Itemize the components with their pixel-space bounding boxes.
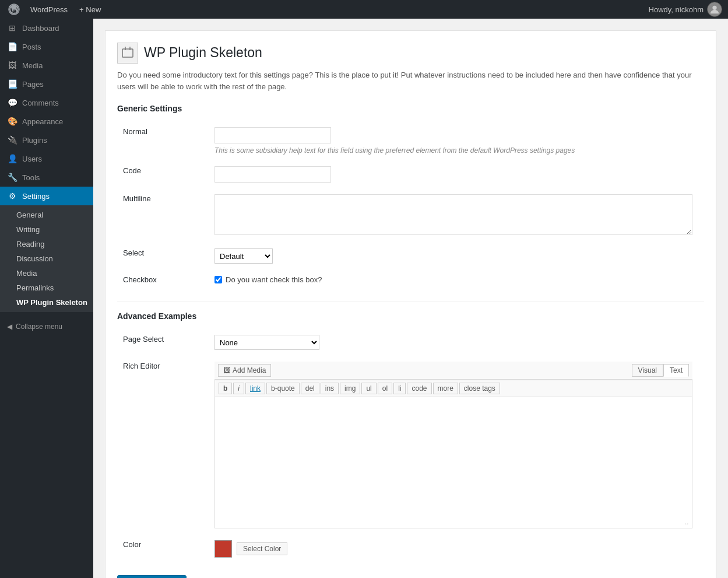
site-name[interactable]: WordPress [24, 0, 73, 19]
submenu-writing[interactable]: Writing [0, 222, 93, 237]
svg-rect-2 [122, 49, 133, 57]
color-label: Color [123, 540, 141, 549]
sidebar-item-tools[interactable]: 🔧 Tools [0, 168, 93, 187]
posts-icon: 📄 [7, 42, 17, 51]
sidebar-item-appearance[interactable]: 🎨 Appearance [0, 112, 93, 131]
section-divider [117, 302, 704, 302]
multiline-row: Multiline [117, 188, 704, 243]
save-changes-button[interactable]: Save Changes [117, 575, 187, 578]
appearance-icon: 🎨 [7, 117, 17, 126]
plugins-icon: 🔌 [7, 135, 17, 145]
generic-settings-table: Normal This is some subsidiary help text… [117, 121, 704, 290]
rich-editor: b i link b-quote del ins img ul ol li co [214, 380, 692, 528]
settings-icon: ⚙ [7, 191, 17, 201]
pages-icon: 📃 [7, 79, 17, 89]
submenu-general[interactable]: General [0, 208, 93, 222]
toolbar-li[interactable]: li [393, 383, 406, 394]
media-icon: 🖼 [7, 61, 17, 70]
checkbox-container[interactable]: Do you want check this box? [214, 275, 692, 284]
sidebar-item-comments[interactable]: 💬 Comments [0, 93, 93, 112]
select-row: Select Default Option 1 Option 2 [117, 243, 704, 269]
collapse-arrow-icon: ◀ [7, 323, 12, 331]
page-select-row: Page Select None [117, 329, 704, 356]
sidebar-item-dashboard[interactable]: ⊞ Dashboard [0, 19, 93, 37]
editor-resize-handle: ↔ [215, 519, 692, 528]
submit-wrap: Save Changes [117, 575, 704, 578]
plugin-icon [117, 43, 138, 64]
settings-submenu: General Writing Reading Discussion Media… [0, 205, 93, 312]
add-media-icon: 🖼 [223, 366, 230, 374]
new-content[interactable]: + New [73, 0, 107, 19]
admin-bar: WordPress + New Howdy, nickohm [0, 0, 728, 19]
toolbar-bquote[interactable]: b-quote [266, 383, 300, 394]
advanced-settings-table: Page Select None Rich Editor 🖼 Add Med [117, 329, 704, 563]
toolbar-del[interactable]: del [301, 383, 319, 394]
wp-logo[interactable] [6, 1, 22, 17]
user-info[interactable]: Howdy, nickohm [649, 2, 722, 17]
editor-textarea[interactable] [220, 402, 687, 513]
svg-point-1 [712, 6, 716, 10]
editor-toolbar: b i link b-quote del ins img ul ol li co [215, 380, 692, 397]
page-select-input[interactable]: None [214, 335, 319, 350]
tools-icon: 🔧 [7, 173, 17, 182]
normal-input[interactable] [214, 127, 331, 143]
sidebar-item-plugins[interactable]: 🔌 Plugins [0, 131, 93, 149]
checkbox-input[interactable] [214, 276, 222, 283]
toolbar-ins[interactable]: ins [321, 383, 339, 394]
normal-label: Normal [123, 127, 147, 136]
toolbar-link[interactable]: link [245, 383, 265, 394]
code-label: Code [123, 166, 141, 175]
toolbar-ul[interactable]: ul [361, 383, 376, 394]
sidebar-item-media[interactable]: 🖼 Media [0, 56, 93, 75]
sidebar-item-users[interactable]: 👤 Users [0, 149, 93, 168]
code-row: Code [117, 160, 704, 188]
color-swatch[interactable] [214, 540, 232, 558]
normal-help: This is some subsidiary help text for th… [214, 146, 692, 155]
avatar [707, 2, 722, 17]
toolbar-img[interactable]: img [340, 383, 360, 394]
page-title-wrap: WP Plugin Skeleton [117, 43, 704, 64]
page-title: WP Plugin Skeleton [144, 44, 262, 62]
toolbar-close-tags[interactable]: close tags [459, 383, 500, 394]
visual-tab[interactable]: Visual [632, 364, 663, 377]
comments-icon: 💬 [7, 98, 17, 107]
submenu-wp-plugin-skeleton[interactable]: WP Plugin Skeleton [0, 295, 93, 310]
toolbar-more[interactable]: more [433, 383, 458, 394]
intro-text: Do you need some introductory text for t… [117, 69, 704, 92]
collapse-menu-button[interactable]: ◀ Collapse menu [0, 318, 93, 335]
sidebar-item-posts[interactable]: 📄 Posts [0, 37, 93, 56]
dashboard-icon: ⊞ [7, 23, 17, 33]
checkbox-text: Do you want check this box? [226, 275, 322, 284]
toolbar-code[interactable]: code [407, 383, 431, 394]
sidebar-item-pages[interactable]: 📃 Pages [0, 75, 93, 93]
select-input[interactable]: Default Option 1 Option 2 [214, 248, 273, 264]
advanced-examples-title: Advanced Examples [117, 311, 704, 321]
submenu-reading[interactable]: Reading [0, 237, 93, 251]
rich-editor-row: Rich Editor 🖼 Add Media Visual Text [117, 356, 704, 534]
checkbox-row: Checkbox Do you want check this box? [117, 269, 704, 290]
select-label: Select [123, 248, 144, 257]
submenu-media[interactable]: Media [0, 266, 93, 281]
generic-settings-title: Generic Settings [117, 104, 704, 113]
multiline-label: Multiline [123, 194, 151, 203]
toolbar-ol[interactable]: ol [378, 383, 392, 394]
page-select-label: Page Select [123, 335, 164, 344]
submenu-discussion[interactable]: Discussion [0, 251, 93, 266]
multiline-input[interactable] [214, 194, 692, 235]
sidebar: ⊞ Dashboard 📄 Posts 🖼 Media 📃 Pages 💬 Co… [0, 19, 93, 578]
normal-row: Normal This is some subsidiary help text… [117, 121, 704, 160]
users-icon: 👤 [7, 154, 17, 163]
color-row: Color Select Color [117, 534, 704, 563]
editor-body[interactable] [215, 397, 692, 519]
sidebar-item-settings[interactable]: ⚙ Settings [0, 187, 93, 205]
checkbox-label: Checkbox [123, 275, 157, 284]
select-color-button[interactable]: Select Color [237, 542, 287, 555]
text-tab[interactable]: Text [663, 364, 689, 377]
code-input[interactable] [214, 166, 331, 183]
add-media-button[interactable]: 🖼 Add Media [218, 364, 271, 377]
submenu-permalinks[interactable]: Permalinks [0, 281, 93, 295]
main-content: WP Plugin Skeleton Do you need some intr… [93, 19, 728, 578]
toolbar-italic[interactable]: i [233, 383, 244, 394]
toolbar-bold[interactable]: b [219, 383, 232, 394]
color-wrap: Select Color [214, 540, 692, 558]
